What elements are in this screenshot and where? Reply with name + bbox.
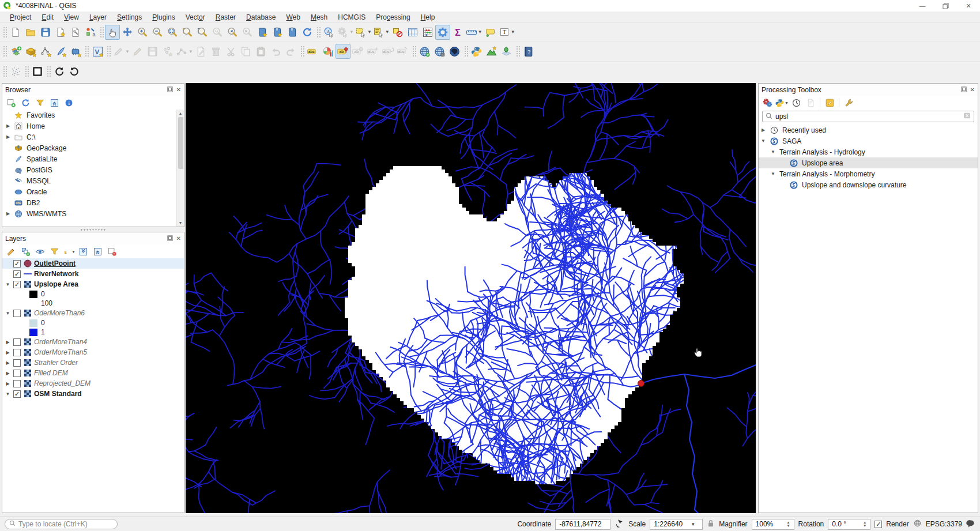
measure-button[interactable]: ▼	[465, 25, 483, 40]
menu-plugins[interactable]: Plugins	[147, 12, 180, 22]
toolbox-item-saga[interactable]: ▼SAGA	[759, 135, 978, 146]
copy-features-button[interactable]	[239, 44, 254, 59]
expander-icon[interactable]: ▼	[4, 282, 12, 287]
zoom-in-button[interactable]	[135, 25, 150, 40]
refresh-browser-button[interactable]	[20, 97, 31, 108]
edit-features-in-place-button[interactable]	[824, 97, 835, 108]
options-button[interactable]	[843, 97, 854, 108]
menu-mesh[interactable]: Mesh	[306, 12, 333, 22]
rotate-label-button[interactable]: abc	[380, 44, 395, 59]
vertex-tool-button[interactable]: ▼	[175, 44, 194, 59]
restore-button[interactable]	[934, 0, 957, 12]
layer-item-upslope-area[interactable]: ▼✓Upslope Area	[2, 279, 184, 289]
browser-item-wms-wmts[interactable]: ▶WMS/WMTS	[2, 208, 184, 219]
layer-item-reprojected-dem[interactable]: ▶Reprojected_DEM	[2, 378, 184, 389]
models-button[interactable]	[762, 97, 772, 108]
layer-visibility-checkbox[interactable]	[13, 310, 21, 317]
layer-visibility-checkbox[interactable]: ✓	[13, 260, 21, 268]
profile-tool-button[interactable]	[484, 44, 499, 59]
extent-tracking-icon[interactable]	[615, 518, 624, 530]
filter-browser-button[interactable]	[35, 97, 45, 108]
data-source-manager-button[interactable]	[8, 44, 23, 59]
pan-to-selection-button[interactable]	[120, 25, 135, 40]
menu-raster[interactable]: Raster	[210, 12, 241, 22]
run-feature-action-button[interactable]: ▼	[337, 25, 355, 40]
render-checkbox[interactable]: ✓	[875, 521, 882, 528]
undo-button[interactable]	[269, 44, 284, 59]
toolbox-close-icon[interactable]: ✕	[970, 86, 975, 93]
zoom-last-button[interactable]	[225, 25, 240, 40]
new-spatialite-layer-button[interactable]	[53, 44, 68, 59]
open-project-button[interactable]	[23, 25, 38, 40]
remove-layer-button[interactable]	[107, 246, 117, 257]
cut-features-button[interactable]	[224, 44, 239, 59]
zoom-out-button[interactable]	[150, 25, 165, 40]
browser-item-oracle[interactable]: Oracle	[2, 186, 184, 197]
lock-scale-icon[interactable]	[707, 519, 715, 529]
magnifier-spin-arrows[interactable]: ▲▼	[787, 521, 790, 528]
change-label-properties-button[interactable]: abc	[395, 44, 410, 59]
dropdown-arrow-icon[interactable]: ▼	[785, 101, 789, 105]
expander-icon[interactable]: ▼	[770, 149, 777, 155]
select-by-value-button[interactable]: ▼	[372, 25, 390, 40]
expander-icon[interactable]: ▶	[4, 381, 12, 386]
map-tips-button[interactable]	[483, 25, 498, 40]
plugin-extent-capture-button[interactable]	[30, 64, 45, 79]
delete-selected-button[interactable]	[209, 44, 224, 59]
style-manager-button[interactable]: a	[83, 25, 98, 40]
save-layer-edits-button[interactable]	[145, 44, 160, 59]
dropdown-arrow-icon[interactable]: ▼	[478, 29, 483, 35]
layer-visibility-checkbox[interactable]	[13, 349, 21, 356]
toolbox-item-upslope-and-downslope-curvature[interactable]: Upslope and downslope curvature	[759, 179, 978, 190]
statistical-summary-button[interactable]	[420, 25, 435, 40]
sum-statistics-button[interactable]: Σ	[450, 25, 465, 40]
redo-button[interactable]	[284, 44, 299, 59]
messages-balloon-icon[interactable]	[966, 519, 975, 530]
rotate-clockwise-button[interactable]	[52, 64, 67, 79]
layers-close-icon[interactable]: ✕	[176, 235, 181, 242]
magnifier-spinbox[interactable]: 100% ▲▼	[752, 519, 794, 530]
layer-item-rivernetwork[interactable]: ✓RiverNetwork	[2, 269, 184, 279]
clear-search-icon[interactable]	[963, 112, 971, 121]
plugin-scatter-button[interactable]	[8, 64, 23, 79]
highlight-pinned-labels-button[interactable]: ab	[350, 44, 365, 59]
expander-icon[interactable]: ▶	[760, 127, 767, 133]
expander-icon[interactable]: ▶	[5, 123, 12, 129]
layer-visibility-checkbox[interactable]	[13, 380, 21, 387]
text-annotation-button[interactable]: T▼	[498, 25, 516, 40]
layer-item-odermorethan6[interactable]: ▼OderMoreThan6	[2, 308, 184, 318]
new-temporary-scratch-layer-button[interactable]	[68, 44, 83, 59]
add-feature-button[interactable]	[160, 44, 175, 59]
toolbox-search-input[interactable]: upsl	[762, 111, 974, 122]
zoom-to-selection-button[interactable]	[180, 25, 195, 40]
browser-item-postgis[interactable]: PostGIS	[2, 164, 184, 175]
zoom-full-extent-button[interactable]	[165, 25, 180, 40]
expander-icon[interactable]: ▼	[760, 138, 767, 144]
dropdown-arrow-icon[interactable]: ▼	[385, 29, 390, 35]
menu-hcmgis[interactable]: HCMGIS	[333, 12, 371, 22]
expander-icon[interactable]: ▼	[770, 171, 777, 176]
layer-visibility-checkbox[interactable]: ✓	[13, 270, 21, 278]
browser-item-home[interactable]: ▶Home	[2, 120, 184, 131]
expander-icon[interactable]: ▶	[4, 371, 12, 376]
expander-icon[interactable]: ▼	[4, 311, 12, 316]
new-shapefile-layer-button[interactable]	[38, 44, 53, 59]
menu-view[interactable]: View	[59, 12, 84, 22]
open-layer-styling-button[interactable]	[6, 246, 16, 257]
layer-item-outletpooint[interactable]: ✓OutletPooint	[2, 258, 184, 269]
scale-dropdown-icon[interactable]: ▼	[691, 522, 695, 527]
results-viewer-button[interactable]	[805, 97, 816, 108]
collapse-all-button[interactable]	[92, 246, 103, 257]
menu-edit[interactable]: Edit	[36, 12, 59, 22]
layer-item-ordermorethan5[interactable]: ▶OrderMoreThan5	[2, 347, 184, 357]
history-button[interactable]	[791, 97, 801, 108]
manage-map-themes-button[interactable]	[35, 246, 45, 257]
project-properties-button[interactable]	[68, 25, 83, 40]
new-spatial-bookmark-button[interactable]	[255, 25, 270, 40]
toolbox-item-terrain-analysis-hydrology[interactable]: ▼Terrain Analysis - Hydrology	[759, 146, 978, 157]
expand-all-button[interactable]	[78, 246, 88, 257]
save-project-button[interactable]	[38, 25, 53, 40]
panel-splitter[interactable]	[2, 227, 184, 232]
browser-close-icon[interactable]: ✕	[176, 86, 181, 93]
dropdown-arrow-icon[interactable]: ▼	[71, 250, 76, 254]
